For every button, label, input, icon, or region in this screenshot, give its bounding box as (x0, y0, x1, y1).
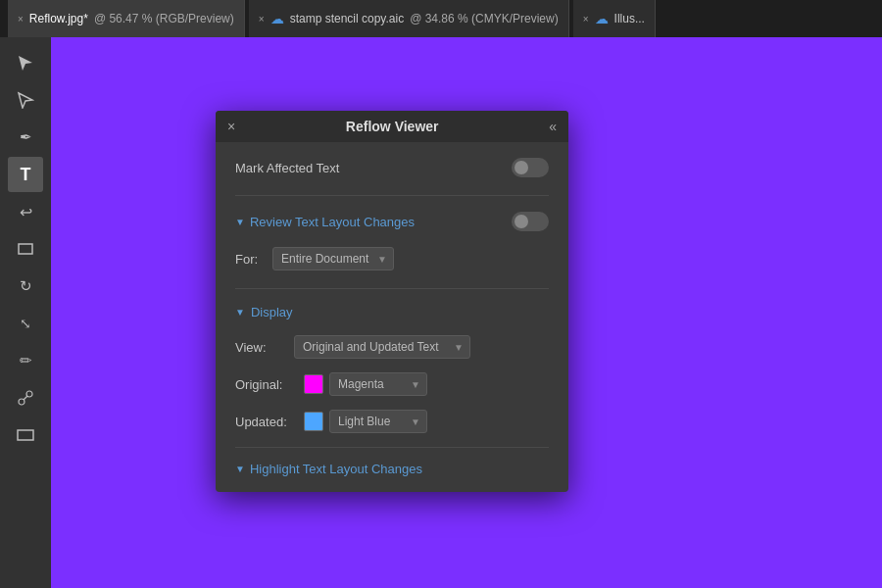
updated-color-select[interactable]: Light Blue Red Green Yellow (329, 410, 427, 433)
review-section-toggle[interactable] (512, 212, 549, 231)
highlight-chevron-icon: ▼ (235, 464, 245, 474)
tab-stamp[interactable]: × ☁ stamp stencil copy.aic @ 34.86 % (CM… (249, 0, 569, 37)
tab-suffix-reflow: @ 56.47 % (RGB/Preview) (94, 12, 234, 25)
tab-label-illus: Illus... (614, 12, 645, 25)
original-color-select[interactable]: Magenta Red Blue Green (329, 372, 427, 396)
dialog-collapse-button[interactable]: « (549, 119, 557, 134)
tab-close-stamp[interactable]: × (259, 14, 265, 24)
highlight-section: ▼ Highlight Text Layout Changes (235, 447, 549, 476)
review-chevron-icon: ▼ (235, 217, 245, 227)
title-bar: × Reflow.jpg* @ 56.47 % (RGB/Preview) × … (0, 0, 882, 37)
display-section: ▼ Display View: Original and Updated Tex… (235, 305, 549, 433)
mark-affected-text-toggle[interactable] (512, 158, 549, 177)
for-select[interactable]: Entire Document Selection (272, 247, 394, 270)
rectangle-tool[interactable] (8, 231, 43, 267)
view-label: View: (235, 340, 284, 355)
cloud-icon-stamp: ☁ (270, 11, 284, 26)
undo-tool[interactable]: ↩ (8, 194, 43, 229)
dialog-title: Reflow Viewer (346, 119, 439, 134)
scale-tool[interactable]: ⤡ (8, 306, 43, 341)
tab-label-reflow: Reflow.jpg* (29, 12, 88, 25)
review-section-title[interactable]: Review Text Layout Changes (250, 215, 415, 229)
tab-close-reflow[interactable]: × (18, 14, 24, 24)
highlight-section-title[interactable]: Highlight Text Layout Changes (250, 462, 422, 476)
display-section-title[interactable]: Display (251, 305, 293, 319)
blend-tool[interactable] (8, 380, 43, 416)
rotate-tool[interactable]: ↻ (8, 269, 43, 304)
eyedropper-tool[interactable]: ✏ (8, 343, 43, 378)
tab-illus[interactable]: × ☁ Illus... (573, 0, 656, 37)
updated-color-row: Updated: Light Blue Red Green Yellow ▼ (235, 410, 549, 433)
dialog-right-controls: « (549, 119, 557, 134)
dialog-titlebar: × Reflow Viewer « (216, 111, 568, 142)
mark-affected-text-label: Mark Affected Text (235, 161, 339, 175)
original-color-select-wrapper: Magenta Red Blue Green ▼ (329, 372, 427, 396)
original-color-label: Original: (235, 377, 294, 392)
highlight-section-header: ▼ Highlight Text Layout Changes (235, 462, 549, 476)
reflow-viewer-dialog: × Reflow Viewer « Mark Affected Text ▼ R… (216, 111, 568, 492)
for-label: For: (235, 252, 263, 267)
svg-rect-4 (18, 430, 33, 440)
tab-label-stamp: stamp stencil copy.aic (290, 12, 405, 25)
canvas-area: × Reflow Viewer « Mark Affected Text ▼ R… (51, 37, 882, 588)
for-select-wrapper: Entire Document Selection ▼ (272, 247, 394, 270)
selection-tool[interactable] (8, 45, 43, 80)
divider-1 (235, 195, 549, 196)
original-color-control: Magenta Red Blue Green ▼ (304, 372, 427, 396)
review-section-header-row: ▼ Review Text Layout Changes (235, 212, 549, 231)
tab-suffix-stamp: @ 34.86 % (CMYK/Preview) (410, 12, 559, 25)
left-toolbar: ✒ T ↩ ↻ ⤡ ✏ (0, 37, 51, 588)
type-tool[interactable]: T (8, 157, 43, 192)
updated-color-select-wrapper: Light Blue Red Green Yellow ▼ (329, 410, 427, 433)
updated-color-control: Light Blue Red Green Yellow ▼ (304, 410, 427, 433)
tab-reflow[interactable]: × Reflow.jpg* @ 56.47 % (RGB/Preview) (8, 0, 245, 37)
updated-color-swatch[interactable] (304, 412, 323, 431)
view-select[interactable]: Original and Updated Text Original Text … (294, 335, 470, 359)
svg-line-3 (24, 396, 27, 400)
divider-2 (235, 288, 549, 289)
for-row: For: Entire Document Selection ▼ (235, 247, 549, 270)
dialog-left-controls: × (227, 119, 235, 134)
pen-tool[interactable]: ✒ (8, 120, 43, 155)
cloud-icon-illus: ☁ (595, 11, 609, 26)
tab-close-illus[interactable]: × (583, 14, 589, 24)
dialog-close-button[interactable]: × (227, 119, 235, 134)
updated-color-label: Updated: (235, 415, 294, 429)
display-section-header: ▼ Display (235, 305, 549, 319)
mark-affected-text-row: Mark Affected Text (235, 158, 549, 177)
svg-rect-0 (19, 244, 32, 254)
original-color-row: Original: Magenta Red Blue Green ▼ (235, 372, 549, 396)
display-chevron-icon: ▼ (235, 307, 245, 318)
view-row: View: Original and Updated Text Original… (235, 335, 549, 359)
original-color-swatch[interactable] (304, 374, 323, 394)
rectangle-shape-tool[interactable] (8, 417, 43, 453)
direct-selection-tool[interactable] (8, 82, 43, 118)
dialog-body: Mark Affected Text ▼ Review Text Layout … (216, 142, 568, 492)
view-select-wrapper: Original and Updated Text Original Text … (294, 335, 470, 359)
